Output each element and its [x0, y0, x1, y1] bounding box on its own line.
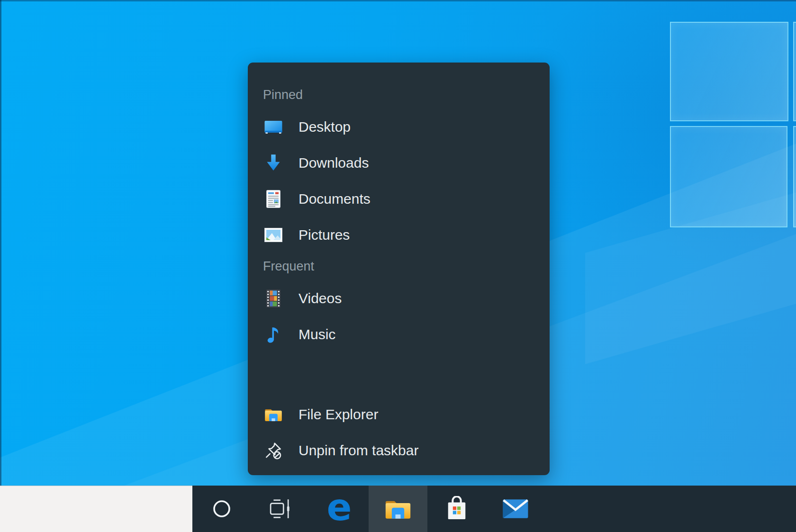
documents-icon — [264, 189, 283, 208]
jumplist-section: Frequent Videos Music — [248, 253, 550, 352]
folder-icon — [384, 497, 412, 520]
windows-logo-pane — [793, 126, 796, 227]
jumplist-item-label: Unpin from taskbar — [298, 442, 418, 459]
jumplist-item-label: Music — [298, 326, 335, 343]
taskbar: e — [0, 486, 796, 532]
jumplist-item-desktop[interactable]: Desktop — [248, 109, 550, 145]
taskbar-buttons: e — [192, 486, 545, 532]
windows-logo-pane — [670, 22, 788, 121]
jumplist-item-label: Documents — [298, 191, 371, 207]
jumplist-item-label: Videos — [298, 290, 342, 307]
jumplist-item-pictures[interactable]: Pictures — [248, 217, 550, 253]
taskbar-button-cortana[interactable] — [192, 486, 251, 532]
windows-logo-pane — [793, 22, 796, 121]
folder-icon — [264, 405, 283, 424]
windows-logo-pane — [670, 126, 787, 227]
unpin-icon — [264, 441, 283, 460]
jumplist-item-file-explorer[interactable]: File Explorer — [248, 397, 550, 433]
jumplist-item-label: File Explorer — [298, 406, 378, 423]
pictures-icon — [264, 225, 283, 244]
screen: Pinned Desktop Downloads Documents Pictu… — [0, 0, 796, 532]
store-icon — [445, 496, 469, 522]
taskbar-button-mail[interactable] — [486, 486, 545, 532]
jumplist-item-unpin-from-taskbar[interactable]: Unpin from taskbar — [248, 433, 550, 469]
desktop-icon — [264, 117, 283, 136]
jumplist-section: File Explorer Unpin from taskbar — [248, 397, 550, 469]
taskbar-button-edge[interactable]: e — [310, 486, 369, 532]
taskbar-button-store[interactable] — [427, 486, 486, 532]
jumplist-section: Pinned Desktop Downloads Documents Pictu… — [248, 84, 550, 253]
jumplist-item-documents[interactable]: Documents — [248, 181, 550, 217]
jumplist-item-label: Desktop — [298, 119, 351, 135]
music-icon — [264, 325, 283, 344]
jumplist-item-music[interactable]: Music — [248, 316, 550, 352]
jumplist-item-label: Downloads — [298, 155, 369, 171]
edge-icon: e — [327, 489, 352, 526]
jumplist-section-header: Pinned — [248, 84, 550, 105]
task-view-icon — [269, 498, 292, 520]
downloads-icon — [264, 153, 283, 172]
cortana-icon — [212, 499, 231, 518]
jumplist-item-label: Pictures — [298, 227, 350, 243]
jumplist-section-header: Frequent — [248, 256, 550, 277]
jumplist-item-downloads[interactable]: Downloads — [248, 145, 550, 181]
jumplist: Pinned Desktop Downloads Documents Pictu… — [248, 63, 550, 475]
mail-icon — [502, 498, 529, 519]
taskbar-button-file-explorer[interactable] — [369, 486, 427, 532]
taskbar-search-input[interactable] — [0, 486, 192, 532]
taskbar-button-task-view[interactable] — [251, 486, 310, 532]
videos-icon — [264, 289, 283, 308]
jumplist-item-videos[interactable]: Videos — [248, 280, 550, 316]
